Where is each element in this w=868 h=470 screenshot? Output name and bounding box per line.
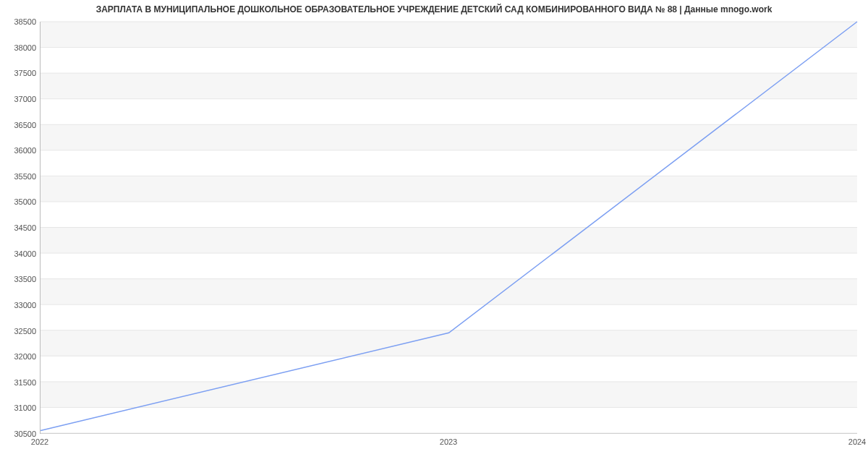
- svg-rect-1: [41, 330, 857, 356]
- y-tick-label: 36500: [3, 121, 36, 129]
- y-tick-label: 32500: [3, 327, 36, 336]
- chart-container: ЗАРПЛАТА В МУНИЦИПАЛЬНОЕ ДОШКОЛЬНОЕ ОБРА…: [0, 0, 868, 470]
- grid-bands: [41, 22, 857, 407]
- y-tick-label: 31000: [3, 403, 36, 412]
- svg-rect-3: [41, 228, 857, 254]
- x-tick-label: 2024: [848, 437, 866, 446]
- y-tick-label: 31500: [3, 378, 36, 387]
- y-tick-label: 33500: [3, 275, 36, 283]
- svg-rect-0: [41, 382, 857, 408]
- y-tick-label: 35000: [3, 197, 36, 206]
- y-tick-label: 36000: [3, 146, 36, 155]
- y-tick-label: 33000: [3, 301, 36, 309]
- svg-rect-5: [41, 124, 857, 150]
- y-tick-label: 37000: [3, 95, 36, 103]
- y-tick-label: 38500: [3, 17, 36, 26]
- chart-title: ЗАРПЛАТА В МУНИЦИПАЛЬНОЕ ДОШКОЛЬНОЕ ОБРА…: [0, 4, 868, 14]
- y-tick-label: 32000: [3, 352, 36, 361]
- y-tick-label: 37500: [3, 69, 36, 77]
- svg-rect-7: [41, 22, 857, 48]
- x-tick-label: 2022: [31, 437, 48, 446]
- plot-area: [40, 22, 857, 434]
- svg-rect-2: [41, 279, 857, 305]
- chart-svg: [41, 22, 857, 433]
- x-tick-label: 2023: [440, 437, 457, 446]
- y-tick-label: 35500: [3, 172, 36, 181]
- y-tick-label: 34500: [3, 223, 36, 232]
- svg-rect-6: [41, 73, 857, 99]
- y-tick-label: 38000: [3, 43, 36, 52]
- y-tick-label: 34000: [3, 249, 36, 258]
- svg-rect-4: [41, 176, 857, 202]
